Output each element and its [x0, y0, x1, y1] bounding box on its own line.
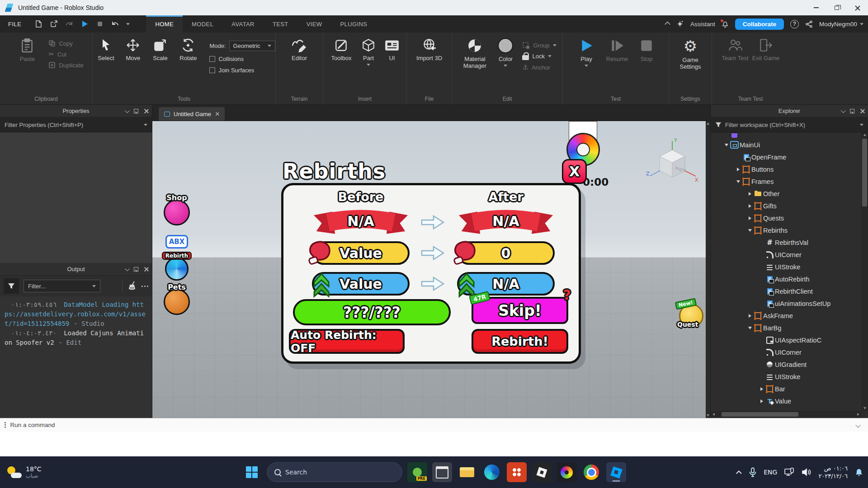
tree-expander-icon[interactable] [746, 229, 754, 232]
help-icon[interactable]: ? [790, 20, 799, 28]
view-cube[interactable]: Y Right X Z [645, 135, 699, 189]
explorer-tree-item[interactable]: Buttons [711, 163, 861, 175]
select-tool-button[interactable]: Select [93, 38, 119, 104]
taskbar-chrome[interactable] [581, 462, 601, 482]
properties-filter[interactable]: Filter Properties (Ctrl+Shift+P) [0, 117, 152, 132]
explorer-tree-item[interactable]: UIStroke [711, 261, 861, 273]
play-dropdown-icon[interactable] [585, 65, 588, 67]
explorer-tree-item[interactable]: UIStroke [711, 371, 861, 383]
stop-button[interactable]: Stop [634, 38, 659, 104]
skip-hint[interactable]: ? [563, 287, 571, 303]
explorer-dock-icon[interactable] [850, 109, 854, 113]
explorer-tree-item[interactable]: Bar [711, 383, 861, 395]
collaborate-button[interactable]: Collaborate [735, 19, 784, 30]
output-collapse-icon[interactable] [125, 266, 130, 271]
ribbon-tab[interactable]: MODEL [183, 15, 222, 33]
team-test-button[interactable]: Team Test [721, 38, 749, 104]
user-menu[interactable]: ModyNegm00 [819, 21, 863, 28]
tree-expander-icon[interactable] [722, 144, 730, 146]
shop-side-button[interactable]: Shop [160, 193, 194, 225]
taskbar-app-pre[interactable]: PRE [407, 462, 427, 482]
taskbar-app-window[interactable] [432, 462, 452, 482]
command-input[interactable]: Run a command [10, 422, 852, 428]
output-dock-icon[interactable] [134, 267, 138, 272]
import-3d-button[interactable]: Import 3D [415, 38, 444, 104]
part-dropdown-icon[interactable] [367, 64, 370, 66]
scrollbar-thumb[interactable] [862, 139, 867, 206]
material-manager-button[interactable]: Material Manager [458, 38, 491, 104]
tree-expander-icon[interactable] [734, 180, 742, 183]
tree-expander-icon[interactable] [746, 204, 754, 208]
explorer-vertical-scrollbar[interactable] [861, 132, 868, 411]
ribbon-tab[interactable]: VIEW [297, 15, 331, 33]
assistant-sparkle-icon[interactable] [676, 20, 684, 28]
output-funnel-button[interactable] [4, 278, 19, 294]
explorer-horizontal-scrollbar[interactable] [711, 411, 861, 418]
explorer-tree-item[interactable]: Gifts [711, 200, 861, 212]
redo-icon[interactable] [65, 19, 74, 28]
taskbar-roblox-studio-active[interactable] [606, 462, 626, 482]
tab-close-icon[interactable] [215, 112, 219, 116]
microphone-icon[interactable] [749, 467, 757, 477]
language-indicator[interactable]: ENG [764, 469, 777, 476]
publish-icon[interactable] [49, 19, 58, 28]
explorer-tree-item[interactable]: Value [711, 395, 861, 407]
explorer-tree-item[interactable]: Other [711, 188, 861, 200]
taskbar-edge-browser[interactable] [482, 462, 502, 482]
group-button[interactable]: Group [522, 42, 556, 49]
explorer-tree-item[interactable]: UIGradient [711, 358, 861, 371]
viewport-scrollbar[interactable] [706, 121, 710, 418]
command-bar[interactable]: Run a command [0, 418, 868, 432]
quick-play-icon[interactable] [80, 19, 89, 28]
explorer-tree-item[interactable]: UICorner [711, 346, 861, 358]
mode-dropdown[interactable]: Geometric [229, 41, 275, 51]
network-icon[interactable] [784, 468, 795, 477]
taskbar-swirl-app[interactable] [557, 462, 576, 482]
collapse-ribbon-icon[interactable] [665, 21, 670, 27]
tree-expander-icon[interactable] [746, 327, 754, 329]
output-close-icon[interactable] [144, 267, 148, 272]
undo-icon[interactable] [111, 19, 120, 28]
color-dropdown-icon[interactable] [504, 65, 507, 67]
command-bar-expand-icon[interactable] [855, 422, 860, 427]
ribbon-tab[interactable]: TEST [264, 15, 297, 33]
part-button[interactable]: Part [356, 38, 381, 104]
taskbar-file-explorer[interactable] [457, 462, 477, 482]
properties-collapse-icon[interactable] [125, 108, 130, 113]
cut-button[interactable]: ✂Cut [48, 50, 83, 58]
move-tool-button[interactable]: Move [120, 38, 146, 104]
rotate-tool-button[interactable]: Rotate [174, 38, 202, 104]
tray-overflow-icon[interactable] [736, 470, 742, 476]
ribbon-tab[interactable]: PLUGINS [331, 15, 377, 33]
explorer-tree-item[interactable]: MainUi [711, 139, 861, 151]
tree-expander-icon[interactable] [746, 192, 754, 196]
volume-icon[interactable] [802, 468, 811, 477]
output-filter-dropdown[interactable]: Filter... [24, 280, 100, 292]
quick-stop-icon[interactable] [95, 19, 104, 28]
explorer-tree-item[interactable]: OpenFrame [711, 151, 861, 163]
rebirth-button[interactable]: Rebirth! [472, 329, 568, 354]
copy-button[interactable]: Copy [48, 40, 83, 47]
explorer-tree-item[interactable]: Quests [711, 212, 861, 224]
clear-output-broom-icon[interactable] [127, 281, 137, 291]
explorer-tree-item[interactable]: uiAnimationsSetUp [711, 297, 861, 310]
properties-close-icon[interactable] [144, 109, 148, 113]
file-menu-button[interactable]: FILE [0, 15, 29, 33]
notifications-icon[interactable] [854, 467, 863, 477]
scrollbar-thumb[interactable] [722, 412, 798, 417]
dialog-close-button[interactable]: X [562, 159, 587, 184]
document-tab[interactable]: Untitled Game [159, 107, 225, 121]
explorer-tree-item[interactable]: BarBg [711, 322, 861, 334]
play-button[interactable]: Play [572, 38, 600, 104]
abx-side-button[interactable]: ABX [160, 235, 194, 249]
explorer-filter[interactable]: Filter workspace (Ctrl+Shift+X) [711, 117, 868, 132]
output-more-icon[interactable] [142, 286, 148, 287]
explorer-close-icon[interactable] [860, 109, 864, 113]
duplicate-button[interactable]: Duplicate [48, 61, 83, 69]
properties-dock-icon[interactable] [134, 109, 138, 113]
taskbar-clock[interactable]: ٠١:٠٦ ص ٢٠٢٣/١٢/٠٦ [818, 465, 848, 480]
toolbox-button[interactable]: Toolbox [326, 38, 356, 104]
ui-button[interactable]: UI [381, 38, 403, 104]
rebirth-side-button[interactable]: Rebirth [160, 251, 194, 281]
notifications-bell-icon[interactable] [722, 20, 729, 28]
